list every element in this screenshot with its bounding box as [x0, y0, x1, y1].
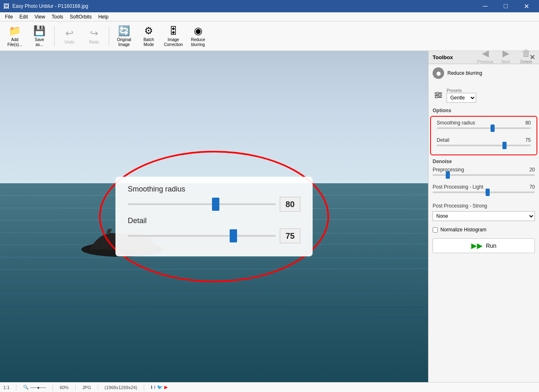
presets-select[interactable]: Gentle Normal Strong Custom: [447, 93, 476, 103]
post-processing-light-label: Post Processing - Light: [433, 184, 483, 190]
undo-button[interactable]: ↩ Undo: [58, 23, 81, 49]
zoom-icons-section[interactable]: 🔍 ──●──: [23, 385, 46, 390]
menu-file[interactable]: File: [2, 13, 16, 21]
preprocessing-track[interactable]: [433, 174, 535, 176]
presets-section: Presets Gentle Normal Strong Custom: [428, 85, 539, 106]
denoise-label: Denoise: [428, 157, 539, 165]
original-image-button[interactable]: 🔄 OriginalImage: [113, 23, 136, 49]
batch-mode-icon: ⚙: [144, 25, 153, 37]
status-sep-3: [75, 385, 76, 390]
normalize-histogram-checkbox[interactable]: [433, 227, 438, 233]
batch-mode-button[interactable]: ⚙ BatchMode: [137, 23, 160, 49]
twitter-icon[interactable]: 🐦: [157, 385, 163, 390]
image-area[interactable]: Smoothing radius 80 Detail: [0, 51, 428, 382]
undo-icon: ↩: [65, 28, 74, 39]
options-label: Options: [428, 106, 539, 114]
next-icon: ▶: [502, 48, 509, 59]
app-icon: 🖼: [3, 3, 9, 9]
detail-overlay-label: Detail: [128, 217, 300, 225]
info-icon[interactable]: ℹ: [151, 385, 152, 390]
presets-icon: [433, 91, 444, 100]
toolbar: 📁 AddFile(s)... 💾 Saveas... ↩ Undo ↪ Red…: [0, 21, 539, 51]
batch-mode-label: BatchMode: [143, 37, 154, 47]
smoothing-radius-label: Smoothing radius: [437, 120, 475, 126]
smoothing-radius-overlay-label: Smoothing radius: [128, 185, 300, 194]
facebook-icon[interactable]: f: [154, 385, 155, 390]
previous-label: Previous: [477, 60, 493, 64]
separator-1: [54, 26, 55, 46]
smoothing-radius-slider-thumb[interactable]: [491, 125, 495, 132]
svg-line-7: [0, 282, 428, 283]
presets-row: Presets Gentle Normal Strong Custom: [433, 88, 535, 103]
post-processing-light-thumb[interactable]: [486, 189, 490, 196]
reduce-blurring-button[interactable]: ◉ Reduceblurring: [187, 23, 210, 49]
smoothing-radius-thumb[interactable]: [212, 198, 219, 211]
detail-row: Detail 75: [128, 217, 300, 243]
youtube-icon[interactable]: ▶: [164, 385, 168, 390]
status-sep-5: [144, 385, 144, 390]
image-correction-icon: 🎛: [168, 25, 178, 37]
detail-section: Detail 75: [433, 136, 535, 153]
status-sep-1: [16, 385, 16, 390]
normalize-histogram-row[interactable]: Normalize Histogram: [428, 224, 539, 235]
original-image-icon: 🔄: [118, 25, 130, 37]
reduce-blurring-icon-circle: ⬤: [433, 67, 444, 79]
run-button[interactable]: ▶▶ Run: [433, 238, 535, 253]
titlebar: 🖼 Easy Photo Unblur - P1160168.jpg ─ □ ✕: [0, 0, 539, 12]
main-layout: Smoothing radius 80 Detail: [0, 51, 539, 382]
smoothing-radius-track[interactable]: [128, 203, 276, 205]
post-processing-strong-label: Post Processing - Strong: [433, 203, 487, 209]
detail-label-row: Detail 75: [437, 137, 531, 143]
detail-track[interactable]: [128, 235, 276, 237]
previous-button[interactable]: ◀ Previous: [476, 43, 495, 69]
detail-value: 75: [280, 228, 300, 243]
format-section: JPG: [82, 385, 91, 390]
zoom-out-icon[interactable]: 🔍: [23, 385, 29, 390]
window-title: Easy Photo Unblur - P1160168.jpg: [12, 3, 472, 9]
preprocessing-section: Preprocessing 20: [428, 165, 539, 182]
zoom-slider[interactable]: ──●──: [30, 385, 46, 390]
save-as-button[interactable]: 💾 Saveas...: [28, 23, 51, 49]
menubar: File Edit View Tools SoftOrbits Help: [0, 12, 539, 21]
delete-button[interactable]: 🗑 Delete: [517, 43, 536, 69]
minimize-button[interactable]: ─: [476, 0, 495, 12]
undo-label: Undo: [64, 40, 74, 45]
next-label: Next: [502, 60, 510, 64]
delete-label: Delete: [521, 60, 532, 64]
smoothing-radius-slider-row[interactable]: 80: [128, 197, 300, 212]
redo-icon: ↪: [90, 28, 98, 39]
statusbar: 1:1 🔍 ──●── 60% JPG (1968x1269x24) ℹ f 🐦…: [0, 382, 539, 392]
preprocessing-thumb[interactable]: [446, 171, 450, 179]
next-button[interactable]: ▶ Next: [496, 43, 515, 69]
menu-softorbits[interactable]: SoftOrbits: [67, 13, 95, 21]
smoothing-radius-row: Smoothing radius 80: [128, 185, 300, 212]
menu-help[interactable]: Help: [95, 13, 112, 21]
detail-slider-row[interactable]: 75: [128, 228, 300, 243]
status-sep-2: [53, 385, 53, 390]
file-format: JPG: [82, 385, 91, 390]
add-files-button[interactable]: 📁 AddFile(s)...: [3, 23, 26, 49]
post-processing-light-track[interactable]: [433, 191, 535, 193]
post-processing-light-section: Post Processing - Light 70: [428, 182, 539, 200]
close-button[interactable]: ✕: [517, 0, 536, 12]
post-processing-strong-select[interactable]: None Low Medium High: [433, 211, 535, 221]
menu-edit[interactable]: Edit: [16, 13, 31, 21]
menu-tools[interactable]: Tools: [48, 13, 67, 21]
separator-2: [109, 26, 109, 46]
preprocessing-val: 20: [530, 167, 535, 173]
normalize-histogram-label[interactable]: Normalize Histogram: [440, 227, 486, 233]
maximize-button[interactable]: □: [496, 0, 515, 12]
svg-line-8: [0, 293, 428, 294]
info-icons-section[interactable]: ℹ f 🐦 ▶: [151, 385, 168, 390]
menu-view[interactable]: View: [31, 13, 48, 21]
detail-slider-thumb[interactable]: [502, 142, 507, 149]
redo-button[interactable]: ↪ Redo: [83, 23, 106, 49]
image-correction-button[interactable]: 🎛 ImageCorrection: [162, 23, 185, 49]
smoothing-radius-section: Smoothing radius 80: [433, 118, 535, 136]
add-files-label: AddFile(s)...: [7, 37, 22, 47]
detail-slider-track[interactable]: [437, 145, 531, 146]
run-icon: ▶▶: [471, 241, 483, 250]
detail-thumb[interactable]: [230, 229, 237, 242]
post-processing-strong-label-row: Post Processing - Strong: [433, 203, 535, 209]
smoothing-radius-slider-track[interactable]: [437, 127, 531, 129]
